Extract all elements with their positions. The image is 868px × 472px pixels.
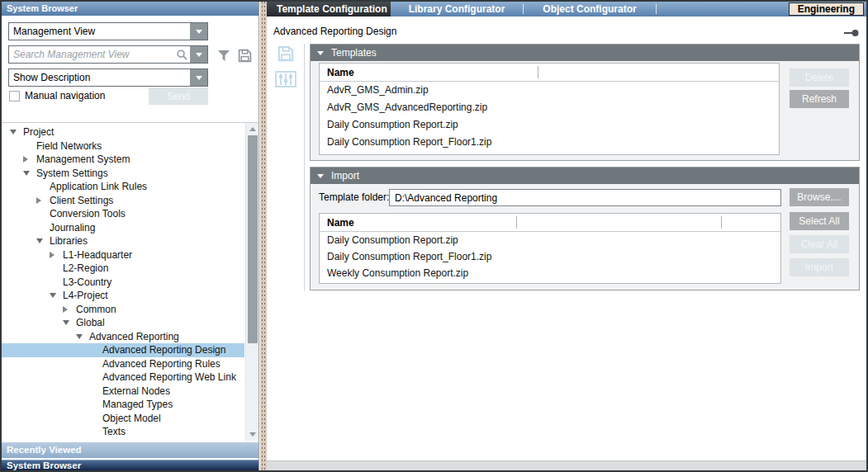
- tree-expanded-icon[interactable]: [23, 171, 36, 176]
- table-row[interactable]: Weekly Consumption Report.zip: [320, 265, 780, 281]
- section-title: Templates: [331, 47, 377, 59]
- tree-item-label: L2-Region: [63, 262, 108, 274]
- chevron-down-icon[interactable]: [190, 46, 207, 63]
- tree-expanded-icon[interactable]: [50, 293, 63, 298]
- collapse-arrow-icon[interactable]: [317, 51, 324, 55]
- tree-item-label: System Settings: [36, 168, 108, 179]
- refresh-button[interactable]: Refresh: [790, 90, 849, 108]
- search-icon[interactable]: [176, 49, 190, 61]
- tree-item-label: Advanced Reporting Rules: [102, 358, 221, 370]
- tree-item-label: Advanced Reporting Web Link: [102, 371, 236, 383]
- system-browser-bottom-bar[interactable]: System Browser: [2, 460, 259, 470]
- tree-item[interactable]: Libraries: [2, 234, 244, 248]
- scrollbar-thumb[interactable]: [248, 135, 258, 343]
- clear-all-button[interactable]: Clear All: [790, 235, 849, 253]
- app-window: System Browser Management View Show Desc…: [0, 0, 868, 472]
- tree-item[interactable]: System Settings: [2, 167, 244, 181]
- tree-item-label: Texts: [102, 426, 126, 437]
- tree-expanded-icon[interactable]: [76, 334, 89, 339]
- view-selector-dropdown[interactable]: Management View: [8, 22, 208, 40]
- tree-item[interactable]: Project: [2, 125, 244, 139]
- tree-item[interactable]: Field Networks: [2, 139, 244, 153]
- tree-item[interactable]: Advanced Reporting Design: [2, 343, 244, 357]
- name-column-header[interactable]: Name: [327, 217, 354, 229]
- import-button[interactable]: Import: [790, 258, 849, 276]
- tree-item-label: Advanced Reporting Design: [102, 344, 225, 356]
- delete-button[interactable]: Delete: [790, 68, 849, 87]
- tree-item[interactable]: Client Settings: [2, 194, 244, 208]
- pin-icon[interactable]: [843, 26, 860, 41]
- search-input[interactable]: [9, 48, 176, 61]
- tree-item-label: L3-Country: [63, 276, 111, 288]
- send-button[interactable]: Send: [149, 87, 208, 105]
- browse-button[interactable]: Browse....: [790, 188, 849, 206]
- tree-item[interactable]: Advanced Reporting Rules: [2, 357, 244, 371]
- tree-item[interactable]: Conversion Tools: [2, 207, 244, 221]
- tree-item-label: Managed Types: [102, 399, 173, 410]
- table-row[interactable]: Daily Consumption Report.zip: [320, 232, 780, 248]
- tree-item[interactable]: Managed Types: [2, 398, 244, 412]
- tree-item[interactable]: Texts: [2, 425, 244, 439]
- column-divider[interactable]: [516, 216, 517, 229]
- select-all-button[interactable]: Select All: [790, 212, 849, 230]
- table-row[interactable]: Daily Consumption Report.zip: [320, 116, 779, 134]
- tree-item-label: Advanced Reporting: [89, 331, 179, 342]
- tree-item[interactable]: L2-Region: [2, 262, 244, 276]
- tree-collapsed-icon[interactable]: [50, 252, 63, 258]
- tree-item[interactable]: L3-Country: [2, 276, 244, 290]
- tree-expanded-icon[interactable]: [63, 320, 76, 325]
- tree-item[interactable]: Advanced Reporting: [2, 330, 244, 344]
- scroll-up-icon[interactable]: [249, 127, 256, 131]
- tree-item-label: Conversion Tools: [50, 208, 126, 219]
- tree-item[interactable]: Global: [2, 316, 244, 330]
- tree-item[interactable]: Common: [2, 303, 244, 317]
- tree-expanded-icon[interactable]: [36, 238, 50, 243]
- table-row[interactable]: AdvR_GMS_AdvancedReporting.zip: [320, 99, 779, 116]
- tree-item[interactable]: L4-Project: [2, 289, 244, 303]
- recently-viewed-bar[interactable]: Recently Viewed: [2, 442, 259, 458]
- tree-item[interactable]: Object Model: [2, 412, 244, 426]
- tree-item[interactable]: L1-Headquarter: [2, 248, 244, 262]
- tree-item-label: Project: [23, 126, 54, 138]
- table-row[interactable]: AdvR_GMS_Admin.zip: [320, 82, 779, 99]
- tab-template-configuration[interactable]: Template Configuration: [267, 2, 391, 17]
- collapse-arrow-icon[interactable]: [317, 174, 324, 178]
- manual-navigation-checkbox[interactable]: [9, 91, 20, 101]
- tree-collapsed-icon[interactable]: [36, 197, 50, 204]
- tab-library-configurator[interactable]: Library Configurator: [391, 2, 523, 17]
- chevron-down-icon[interactable]: [190, 23, 207, 40]
- tree-item[interactable]: Application Link Rules: [2, 180, 244, 194]
- table-row[interactable]: Daily Consumption Report_Floor1.zip: [320, 248, 780, 265]
- tree-item[interactable]: External Nodes: [2, 385, 244, 399]
- tree-item-label: L4-Project: [63, 290, 108, 301]
- tree-item[interactable]: Management System: [2, 153, 244, 167]
- templates-section-header[interactable]: Templates: [311, 45, 859, 61]
- templates-table: Name AdvR_GMS_Admin.zipAdvR_GMS_Advanced…: [319, 63, 780, 155]
- filter-funnel-icon[interactable]: [216, 47, 232, 64]
- save-icon[interactable]: [236, 47, 253, 64]
- chevron-down-icon[interactable]: [190, 69, 207, 86]
- table-header: Name: [320, 64, 779, 82]
- description-selector-dropdown[interactable]: Show Description: [8, 68, 208, 87]
- name-column-header[interactable]: Name: [327, 67, 354, 78]
- tree-expanded-icon[interactable]: [10, 130, 23, 135]
- column-divider[interactable]: [538, 66, 538, 78]
- tab-engineering[interactable]: Engineering: [789, 2, 864, 16]
- tree-scrollbar[interactable]: [245, 123, 259, 441]
- tab-object-configurator[interactable]: Object Configurator: [524, 2, 656, 17]
- scroll-down-icon[interactable]: [249, 432, 256, 437]
- tree-item-label: Management System: [36, 153, 130, 165]
- table-row[interactable]: Daily Consumption Report_Floor1.zip: [320, 134, 779, 151]
- tree-collapsed-icon[interactable]: [23, 156, 36, 163]
- associations-icon[interactable]: [275, 71, 296, 87]
- column-divider[interactable]: [721, 216, 722, 229]
- import-section-header[interactable]: Import: [311, 168, 859, 184]
- panel-title: System Browser: [2, 2, 259, 16]
- tree-collapsed-icon[interactable]: [63, 306, 76, 313]
- panel-splitter[interactable]: [260, 2, 267, 470]
- tree-item-label: Client Settings: [50, 195, 113, 206]
- tree-item[interactable]: Advanced Reporting Web Link: [2, 371, 244, 385]
- save-icon[interactable]: [277, 45, 295, 63]
- template-folder-input[interactable]: [389, 189, 781, 206]
- tree-item[interactable]: Journaling: [2, 221, 244, 235]
